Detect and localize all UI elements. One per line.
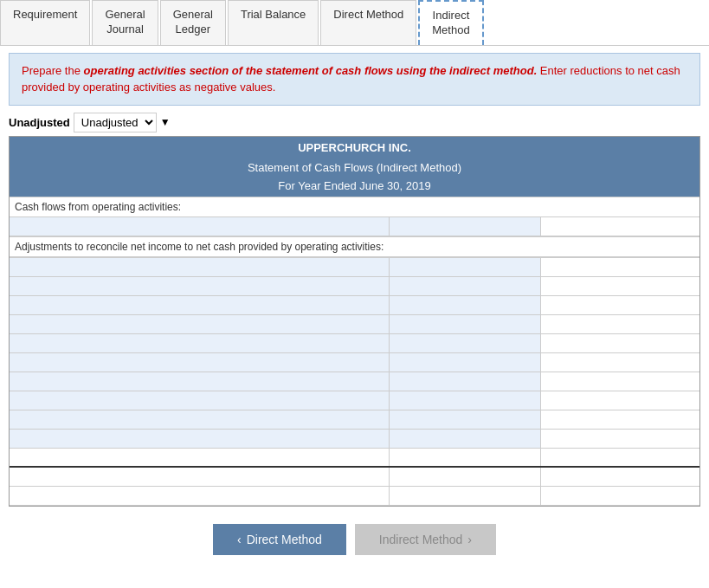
table-row — [10, 429, 699, 448]
adj-label-field-3[interactable] — [13, 299, 385, 311]
adj-label-table: Adjustments to reconcile net income to n… — [10, 236, 699, 257]
label-input-1[interactable] — [10, 216, 389, 236]
table-row — [10, 276, 699, 295]
table-row — [10, 216, 699, 236]
instruction-box: Prepare the operating activities section… — [9, 53, 700, 106]
tab-requirement[interactable]: Requirement — [0, 0, 90, 45]
unadjusted-dropdown[interactable]: Unadjusted — [74, 113, 157, 132]
tab-bar: Requirement GeneralJournal GeneralLedger… — [0, 0, 709, 46]
mid-input-field-1[interactable] — [393, 220, 537, 232]
tab-direct-method[interactable]: Direct Method — [320, 0, 416, 45]
table-row — [10, 486, 699, 505]
adj-mid-field-10[interactable] — [393, 432, 537, 444]
total-row — [10, 448, 699, 467]
company-statement: Statement of Cash Flows (Indirect Method… — [10, 158, 699, 177]
adj-label-field-4[interactable] — [13, 318, 385, 330]
adj-mid-field-6[interactable] — [393, 356, 537, 368]
right-cell-1 — [541, 216, 699, 236]
adjustments-label-row: Adjustments to reconcile net income to n… — [10, 236, 699, 256]
mid-input-1[interactable] — [389, 216, 540, 236]
table-row — [10, 257, 699, 276]
top-input-table — [10, 216, 699, 236]
adj-mid-field-3[interactable] — [393, 299, 537, 311]
tab-indirect-method[interactable]: IndirectMethod — [418, 0, 483, 45]
adj-mid-field-4[interactable] — [393, 318, 537, 330]
cash-flows-label: Cash flows from operating activities: — [10, 197, 699, 216]
adj-mid-field-2[interactable] — [393, 280, 537, 292]
table-row — [10, 352, 699, 372]
adj-mid-field-9[interactable] — [393, 413, 537, 425]
forward-button[interactable]: Indirect Method › — [355, 524, 496, 555]
adj-label-field-7[interactable] — [13, 375, 385, 387]
forward-chevron-icon: › — [467, 533, 472, 546]
adj-mid-field-8[interactable] — [393, 394, 537, 406]
tab-general-journal[interactable]: GeneralJournal — [92, 0, 158, 45]
tab-trial-balance[interactable]: Trial Balance — [228, 0, 319, 45]
table-row — [10, 410, 699, 429]
adj-mid-field-5[interactable] — [393, 337, 537, 349]
adj-label-field-5[interactable] — [13, 337, 385, 349]
table-row — [10, 372, 699, 391]
adj-label-field-9[interactable] — [13, 413, 385, 425]
back-button[interactable]: ‹ Direct Method — [213, 524, 346, 555]
adj-mid-field-7[interactable] — [393, 375, 537, 387]
table-row — [10, 467, 699, 486]
table-row — [10, 295, 699, 314]
table-row — [10, 314, 699, 333]
tab-general-ledger[interactable]: GeneralLedger — [160, 0, 226, 45]
adj-label-field-2[interactable] — [13, 280, 385, 292]
back-chevron-icon: ‹ — [237, 533, 242, 546]
adjustments-label: Adjustments to reconcile net income to n… — [10, 236, 699, 256]
company-name: UPPERCHURCH INC. — [10, 137, 699, 158]
dropdown-label: Unadjusted — [9, 116, 70, 129]
forward-button-label: Indirect Method — [379, 533, 463, 546]
back-button-label: Direct Method — [247, 533, 322, 546]
dropdown-section: Unadjusted Unadjusted ▼ — [9, 113, 700, 132]
adj-label-field-8[interactable] — [13, 394, 385, 406]
company-period: For Year Ended June 30, 2019 — [10, 177, 699, 197]
adj-mid-field-1[interactable] — [393, 261, 537, 273]
adjustment-rows-table — [10, 257, 699, 506]
table-row — [10, 391, 699, 410]
label-input-field-1[interactable] — [13, 220, 385, 232]
adj-label-field-10[interactable] — [13, 432, 385, 444]
adj-label-field-6[interactable] — [13, 356, 385, 368]
nav-buttons: ‹ Direct Method Indirect Method › — [0, 524, 709, 555]
adj-label-field-1[interactable] — [13, 261, 385, 273]
table-row — [10, 333, 699, 352]
cash-flow-table: UPPERCHURCH INC. Statement of Cash Flows… — [9, 136, 700, 507]
